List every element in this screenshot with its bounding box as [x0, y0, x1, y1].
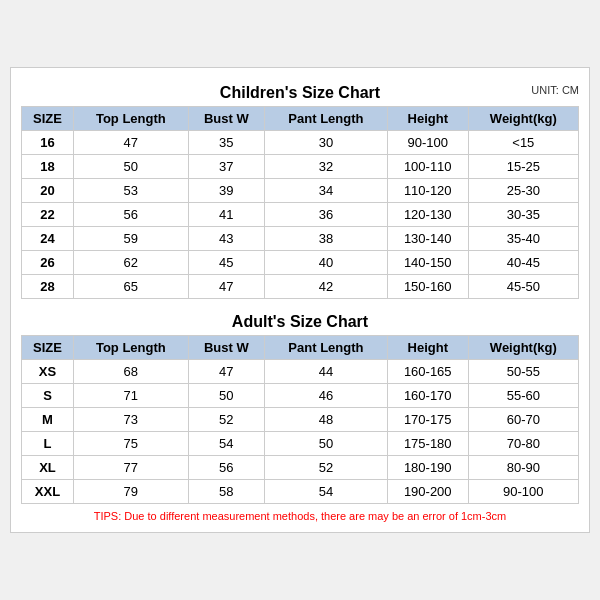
table-cell: 30	[265, 131, 388, 155]
table-cell: 58	[188, 480, 264, 504]
children-col-top-length: Top Length	[73, 107, 188, 131]
table-cell: 48	[265, 408, 388, 432]
table-cell: 30-35	[468, 203, 578, 227]
table-row: XL775652180-19080-90	[22, 456, 579, 480]
table-cell: 110-120	[387, 179, 468, 203]
table-cell: 40	[265, 251, 388, 275]
children-col-pant-length: Pant Length	[265, 107, 388, 131]
table-cell: 35-40	[468, 227, 578, 251]
adults-section-title: Adult's Size Chart	[21, 307, 579, 335]
table-cell: 160-170	[387, 384, 468, 408]
table-cell: 175-180	[387, 432, 468, 456]
table-cell: 60-70	[468, 408, 578, 432]
table-cell: 50	[73, 155, 188, 179]
table-cell: 56	[188, 456, 264, 480]
children-table-header: SIZE Top Length Bust W Pant Length Heigh…	[22, 107, 579, 131]
table-cell: 18	[22, 155, 74, 179]
table-cell: 43	[188, 227, 264, 251]
table-row: 28654742150-16045-50	[22, 275, 579, 299]
table-cell: 50	[188, 384, 264, 408]
table-cell: 62	[73, 251, 188, 275]
table-cell: 180-190	[387, 456, 468, 480]
table-cell: 100-110	[387, 155, 468, 179]
table-cell: 52	[188, 408, 264, 432]
table-cell: 68	[73, 360, 188, 384]
table-cell: 53	[73, 179, 188, 203]
table-row: S715046160-17055-60	[22, 384, 579, 408]
table-cell: 38	[265, 227, 388, 251]
table-cell: 22	[22, 203, 74, 227]
table-cell: 59	[73, 227, 188, 251]
adults-col-height: Height	[387, 336, 468, 360]
table-row: 1647353090-100<15	[22, 131, 579, 155]
table-cell: 56	[73, 203, 188, 227]
adults-col-weight: Weight(kg)	[468, 336, 578, 360]
table-cell: 73	[73, 408, 188, 432]
table-cell: 50	[265, 432, 388, 456]
table-cell: 35	[188, 131, 264, 155]
table-cell: S	[22, 384, 74, 408]
table-cell: 54	[265, 480, 388, 504]
children-col-bust-w: Bust W	[188, 107, 264, 131]
table-cell: 42	[265, 275, 388, 299]
adults-table-body: XS684744160-16550-55S715046160-17055-60M…	[22, 360, 579, 504]
table-cell: 80-90	[468, 456, 578, 480]
table-row: 26624540140-15040-45	[22, 251, 579, 275]
table-cell: 120-130	[387, 203, 468, 227]
table-cell: 44	[265, 360, 388, 384]
table-cell: 15-25	[468, 155, 578, 179]
table-row: 24594338130-14035-40	[22, 227, 579, 251]
table-cell: 37	[188, 155, 264, 179]
children-table: SIZE Top Length Bust W Pant Length Heigh…	[21, 106, 579, 299]
table-row: 18503732100-11015-25	[22, 155, 579, 179]
table-cell: 90-100	[387, 131, 468, 155]
adults-col-pant-length: Pant Length	[265, 336, 388, 360]
children-title-text: Children's Size Chart	[220, 84, 380, 101]
table-cell: 39	[188, 179, 264, 203]
table-cell: 25-30	[468, 179, 578, 203]
adults-col-size: SIZE	[22, 336, 74, 360]
children-col-weight: Weight(kg)	[468, 107, 578, 131]
table-cell: 54	[188, 432, 264, 456]
table-cell: 77	[73, 456, 188, 480]
tips-text: TIPS: Due to different measurement metho…	[21, 510, 579, 522]
table-cell: 90-100	[468, 480, 578, 504]
table-cell: 190-200	[387, 480, 468, 504]
children-section-title: Children's Size Chart UNIT: CM	[21, 78, 579, 106]
children-unit-label: UNIT: CM	[531, 84, 579, 96]
table-cell: 41	[188, 203, 264, 227]
table-row: 20533934110-12025-30	[22, 179, 579, 203]
table-cell: 34	[265, 179, 388, 203]
adults-table: SIZE Top Length Bust W Pant Length Heigh…	[21, 335, 579, 504]
table-cell: 70-80	[468, 432, 578, 456]
table-cell: XS	[22, 360, 74, 384]
table-cell: 71	[73, 384, 188, 408]
table-cell: 79	[73, 480, 188, 504]
table-cell: 24	[22, 227, 74, 251]
table-cell: 170-175	[387, 408, 468, 432]
table-cell: 150-160	[387, 275, 468, 299]
table-cell: 65	[73, 275, 188, 299]
adults-col-top-length: Top Length	[73, 336, 188, 360]
children-col-size: SIZE	[22, 107, 74, 131]
table-cell: 32	[265, 155, 388, 179]
adults-table-header: SIZE Top Length Bust W Pant Length Heigh…	[22, 336, 579, 360]
table-row: 22564136120-13030-35	[22, 203, 579, 227]
table-cell: 52	[265, 456, 388, 480]
table-cell: 16	[22, 131, 74, 155]
table-cell: 46	[265, 384, 388, 408]
table-cell: XXL	[22, 480, 74, 504]
children-table-body: 1647353090-100<1518503732100-11015-25205…	[22, 131, 579, 299]
table-cell: 130-140	[387, 227, 468, 251]
table-cell: 55-60	[468, 384, 578, 408]
table-cell: 47	[73, 131, 188, 155]
adults-title-text: Adult's Size Chart	[232, 313, 368, 330]
table-cell: L	[22, 432, 74, 456]
table-cell: M	[22, 408, 74, 432]
adults-col-bust-w: Bust W	[188, 336, 264, 360]
children-col-height: Height	[387, 107, 468, 131]
table-cell: 45	[188, 251, 264, 275]
table-cell: 160-165	[387, 360, 468, 384]
table-cell: 47	[188, 275, 264, 299]
table-row: L755450175-18070-80	[22, 432, 579, 456]
